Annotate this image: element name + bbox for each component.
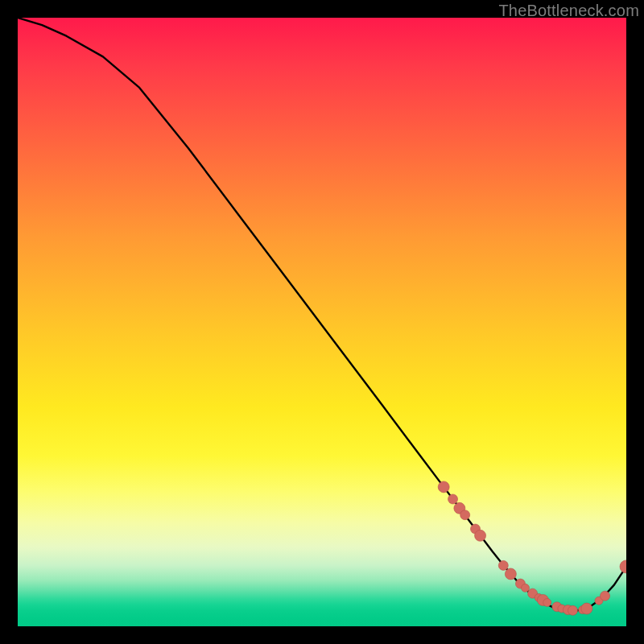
watermark-text: TheBottleneck.com xyxy=(498,2,639,20)
data-marker xyxy=(498,560,508,570)
curve-layer xyxy=(18,18,626,626)
chart-stage: TheBottleneck.com xyxy=(0,0,644,644)
plot-area xyxy=(18,18,626,626)
data-marker xyxy=(475,530,486,541)
data-marker xyxy=(543,599,551,607)
data-marker xyxy=(581,603,592,614)
data-marker xyxy=(601,591,610,601)
data-marker xyxy=(448,494,458,504)
data-marker xyxy=(505,568,516,580)
data-marker xyxy=(620,560,626,573)
data-marker xyxy=(522,584,530,592)
data-marker xyxy=(460,510,470,520)
marker-group xyxy=(438,481,626,615)
bottleneck-curve xyxy=(18,18,626,610)
data-marker xyxy=(568,605,577,615)
data-marker xyxy=(438,481,449,493)
